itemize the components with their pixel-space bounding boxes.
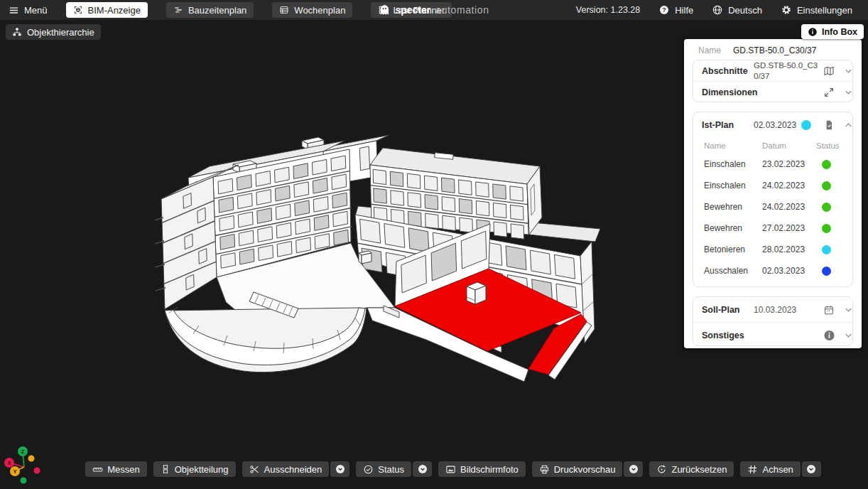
status-dot [822,181,831,190]
globe-icon [712,4,723,16]
gear-icon [781,4,792,16]
print-dropdown-button[interactable] [624,461,643,477]
info-circle-icon [823,329,835,341]
help-button[interactable]: ? Hilfe [658,4,693,16]
tab-label: BIM-Anzeige [88,5,141,16]
table-row: Einschalen23.02.2023 [693,154,852,175]
viewport-toolbar: Messen Objektteilung Ausschneiden Status [19,461,868,477]
ist-plan-row[interactable]: Ist-Plan 02.03.2023 [693,112,852,138]
info-box-panel: Name GD.STB-50.0_C30/37 Abschnitte GD.ST… [684,39,862,348]
chevron-up-icon[interactable] [843,120,854,131]
sonstiges-row[interactable]: Sonstiges [693,323,852,348]
chevron-down-circle-icon [805,463,817,475]
language-button[interactable]: Deutsch [712,4,762,16]
table-row: Ausschalen02.03.2023 [693,260,852,281]
name-label: Name [698,45,721,55]
chevron-down-icon[interactable] [843,304,854,315]
axes-grid-icon [747,464,758,475]
soll-plan-date: 10.03.2023 [754,305,796,315]
ist-plan-card: Ist-Plan 02.03.2023 Name Datum Status Ei… [693,112,853,287]
info-box-toggle-button[interactable]: Info Box [801,24,864,39]
svg-text:Y: Y [13,468,16,475]
svg-text:Z: Z [21,448,25,455]
svg-text:?: ? [663,6,666,14]
brand-name: specter [395,4,430,16]
soll-plan-row[interactable]: Soll-Plan 10.03.2023 [693,297,852,322]
print-icon [539,464,550,475]
status-dot [822,224,831,233]
tab-bauzeitenplan[interactable]: Bauzeitenplan [166,2,254,18]
weekplan-icon [279,5,289,15]
cut-dropdown-button[interactable] [330,461,349,477]
map-icon [823,65,835,77]
measure-button[interactable]: Messen [85,461,147,477]
tab-wochenplan[interactable]: Wochenplan [272,2,352,18]
status-dot [822,267,831,276]
status-dropdown-button[interactable] [413,461,432,477]
tab-bim-anzeige[interactable]: BIM-Anzeige [66,2,148,18]
table-row: Betonieren28.02.2023 [693,239,852,260]
object-split-button[interactable]: Objektteilung [153,461,236,477]
table-row: Einschalen24.02.2023 [693,175,852,196]
bim-cube-icon [73,5,83,15]
scissors-icon [249,464,260,475]
status-dot [822,203,831,212]
reset-view-button[interactable]: Zurücksetzen [649,461,734,477]
chevron-down-circle-icon [628,463,639,475]
help-icon: ? [658,4,670,16]
chevron-down-icon[interactable] [843,330,854,340]
brand-suffix: automation [435,4,489,16]
name-value: GD.STB-50.0_C30/37 [733,45,816,55]
chevron-down-icon[interactable] [843,87,854,97]
table-row: Bewehren27.02.2023 [693,217,852,239]
version-label: Version: 1.23.28 [576,5,640,15]
ghost-logo-icon [379,4,390,16]
object-hierarchy-button[interactable]: Objekthierarchie [6,24,101,40]
gantt-icon [173,5,183,15]
ruler-icon [92,464,103,475]
ist-plan-date: 02.03.2023 [754,120,796,130]
chevron-down-circle-icon [335,463,346,475]
screenshot-icon [445,464,456,475]
axes-button[interactable]: Achsen [740,461,800,477]
object-hierarchy-label: Objekthierarchie [27,27,94,38]
abschnitte-row[interactable]: Abschnitte GD.STB-50.0_C30/37 [693,60,852,81]
axis-z-neg-dot [21,478,27,484]
status-check-icon [363,464,374,475]
info-icon [808,27,818,37]
cut-button[interactable]: Ausschneiden [242,461,330,477]
tab-label: Wochenplan [294,5,345,16]
status-dot [822,245,831,254]
expand-icon [823,87,835,98]
brand-logo: specter automation [379,0,489,20]
status-table-header: Name Datum Status [693,138,852,154]
menu-label: Menü [24,5,48,16]
dimensionen-row[interactable]: Dimensionen [693,82,852,102]
status-button[interactable]: Status [356,461,411,477]
screenshot-button[interactable]: Bildschirmfoto [438,461,526,477]
reset-view-icon [656,464,667,475]
hamburger-menu-icon [9,5,19,16]
tab-label: Bauzeitenplan [188,5,246,16]
svg-text:X: X [7,460,11,466]
object-split-icon [161,464,170,474]
print-preview-button[interactable]: Druckvorschau [532,461,623,477]
abschnitte-value: GD.STB-50.0_C30/37 [754,60,821,81]
top-navigation-bar: Menü BIM-Anzeige Bauzeitenplan Wochenpla… [0,0,868,20]
plan-card: Soll-Plan 10.03.2023 Sonstiges [693,296,853,346]
chevron-down-circle-icon [417,463,428,475]
table-row: Bewehren24.02.2023 [693,196,852,217]
settings-button[interactable]: Einstellungen [781,4,852,16]
axes-dropdown-button[interactable] [802,461,821,477]
calendar-icon [823,304,835,316]
chevron-down-icon[interactable] [843,65,854,76]
main-menu-button[interactable]: Menü [9,5,48,16]
app-window: Menü BIM-Anzeige Bauzeitenplan Wochenpla… [0,0,868,489]
status-dot [822,160,831,169]
sections-card: Abschnitte GD.STB-50.0_C30/37 Dimensione… [693,60,853,102]
ist-plan-status-dot [801,120,811,130]
hierarchy-icon [12,27,22,37]
document-check-icon [823,119,835,131]
